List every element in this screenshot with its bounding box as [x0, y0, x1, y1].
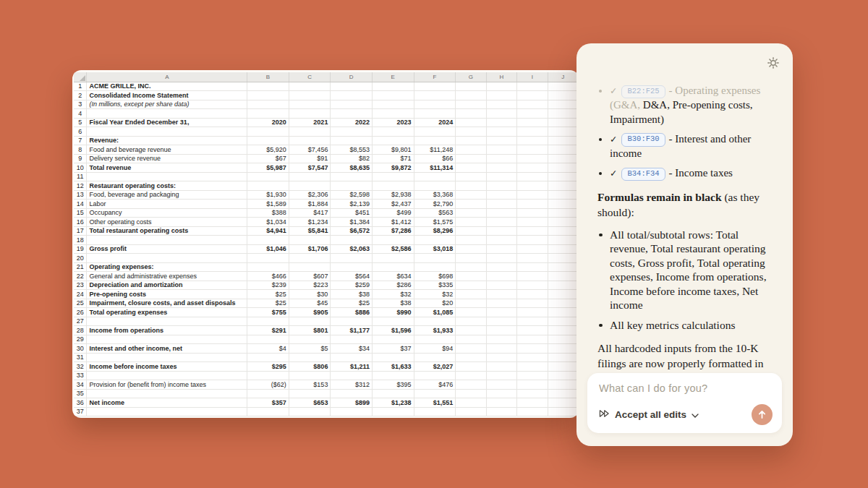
cell-J12[interactable] [548, 181, 578, 191]
cell-J15[interactable] [548, 208, 578, 218]
cell-G30[interactable] [456, 344, 486, 354]
cell-F28[interactable]: $1,933 [414, 326, 456, 335]
cell-F9[interactable]: $66 [414, 154, 456, 163]
cell-G5[interactable] [456, 118, 486, 127]
cell-E2[interactable] [372, 91, 414, 100]
cell-G10[interactable] [456, 163, 486, 173]
cell-J1[interactable] [548, 82, 578, 91]
cell-A21[interactable]: Operating expenses: [87, 262, 247, 272]
cell-B2[interactable] [247, 91, 289, 100]
column-header-G[interactable]: G [456, 72, 486, 82]
cell-C18[interactable] [289, 236, 331, 245]
cell-C19[interactable]: $1,706 [289, 244, 331, 254]
cell-G29[interactable] [456, 335, 486, 344]
cell-G16[interactable] [456, 218, 486, 227]
cell-I18[interactable] [517, 236, 548, 245]
cell-B16[interactable]: $1,034 [247, 218, 289, 227]
cell-I13[interactable] [517, 190, 548, 200]
cell-A2[interactable]: Consolidated Income Statement [87, 91, 247, 100]
cell-H7[interactable] [486, 136, 516, 145]
cell-B26[interactable]: $755 [247, 308, 289, 317]
cell-B35[interactable] [247, 389, 289, 398]
cell-H2[interactable] [486, 91, 516, 100]
cell-H36[interactable] [486, 398, 516, 408]
row-header-3[interactable]: 3 [74, 100, 87, 109]
row-header-15[interactable]: 15 [74, 208, 87, 218]
cell-J10[interactable] [548, 163, 578, 173]
cell-B7[interactable] [247, 136, 289, 145]
cell-J18[interactable] [548, 236, 578, 245]
cell-I19[interactable] [517, 244, 548, 254]
row-header-33[interactable]: 33 [74, 371, 87, 380]
cell-G13[interactable] [456, 190, 486, 200]
row-header-24[interactable]: 24 [74, 290, 87, 299]
cell-C30[interactable]: $5 [289, 344, 331, 354]
cell-E7[interactable] [372, 136, 414, 145]
cell-E28[interactable]: $1,596 [372, 326, 414, 335]
cell-A6[interactable] [87, 127, 247, 137]
cell-I24[interactable] [517, 290, 548, 299]
cell-G22[interactable] [456, 272, 486, 281]
cell-D26[interactable]: $886 [331, 308, 373, 317]
row-header-30[interactable]: 30 [74, 344, 87, 354]
cell-F22[interactable]: $698 [414, 272, 456, 281]
cell-A32[interactable]: Income before income taxes [87, 362, 247, 372]
cell-G27[interactable] [456, 317, 486, 326]
cell-B24[interactable]: $25 [247, 290, 289, 299]
cell-I7[interactable] [517, 136, 548, 145]
cell-J30[interactable] [548, 344, 578, 354]
cell-H17[interactable] [486, 226, 516, 236]
cell-B21[interactable] [247, 262, 289, 272]
cell-H21[interactable] [486, 262, 516, 272]
cell-E11[interactable] [372, 172, 414, 181]
cell-A7[interactable]: Revenue: [87, 136, 247, 145]
cell-D28[interactable]: $1,177 [331, 326, 373, 335]
cell-C22[interactable]: $607 [289, 272, 331, 281]
cell-I27[interactable] [517, 317, 548, 326]
cell-G28[interactable] [456, 326, 486, 335]
cell-F25[interactable]: $20 [414, 299, 456, 308]
cell-A13[interactable]: Food, beverage and packaging [87, 190, 247, 200]
cell-G31[interactable] [456, 353, 486, 362]
row-header-1[interactable]: 1 [74, 82, 87, 91]
cell-G33[interactable] [456, 371, 486, 380]
cell-A33[interactable] [87, 371, 247, 380]
cell-B25[interactable]: $25 [247, 299, 289, 308]
cell-B29[interactable] [247, 335, 289, 344]
cell-J20[interactable] [548, 254, 578, 263]
cell-C26[interactable]: $905 [289, 308, 331, 317]
cell-J27[interactable] [548, 317, 578, 326]
cell-J34[interactable] [548, 380, 578, 390]
row-header-37[interactable]: 37 [74, 407, 87, 416]
cell-C24[interactable]: $30 [289, 290, 331, 299]
cell-E1[interactable] [372, 82, 414, 91]
cell-H8[interactable] [486, 145, 516, 155]
cell-J22[interactable] [548, 272, 578, 281]
row-header-32[interactable]: 32 [74, 362, 87, 372]
cell-A16[interactable]: Other operating costs [87, 218, 247, 227]
cell-B4[interactable] [247, 109, 289, 119]
column-header-A[interactable]: A [87, 72, 247, 82]
cell-E4[interactable] [372, 109, 414, 119]
row-header-25[interactable]: 25 [74, 299, 87, 308]
cell-H12[interactable] [486, 181, 516, 191]
cell-H27[interactable] [486, 317, 516, 326]
cell-J32[interactable] [548, 362, 578, 372]
row-header-13[interactable]: 13 [74, 190, 87, 200]
cell-G8[interactable] [456, 145, 486, 155]
cell-I30[interactable] [517, 344, 548, 354]
cell-I4[interactable] [517, 109, 548, 119]
cell-E9[interactable]: $71 [372, 154, 414, 163]
cell-A31[interactable] [87, 353, 247, 362]
cell-D18[interactable] [331, 236, 373, 245]
cell-F17[interactable]: $8,296 [414, 226, 456, 236]
cell-D5[interactable]: 2022 [331, 118, 373, 127]
cell-B11[interactable] [247, 172, 289, 181]
cell-C28[interactable]: $801 [289, 326, 331, 335]
cell-F13[interactable]: $3,368 [414, 190, 456, 200]
cell-A37[interactable] [87, 407, 247, 416]
cell-D1[interactable] [331, 82, 373, 91]
cell-F27[interactable] [414, 317, 456, 326]
cell-E24[interactable]: $32 [372, 290, 414, 299]
cell-H10[interactable] [486, 163, 516, 173]
